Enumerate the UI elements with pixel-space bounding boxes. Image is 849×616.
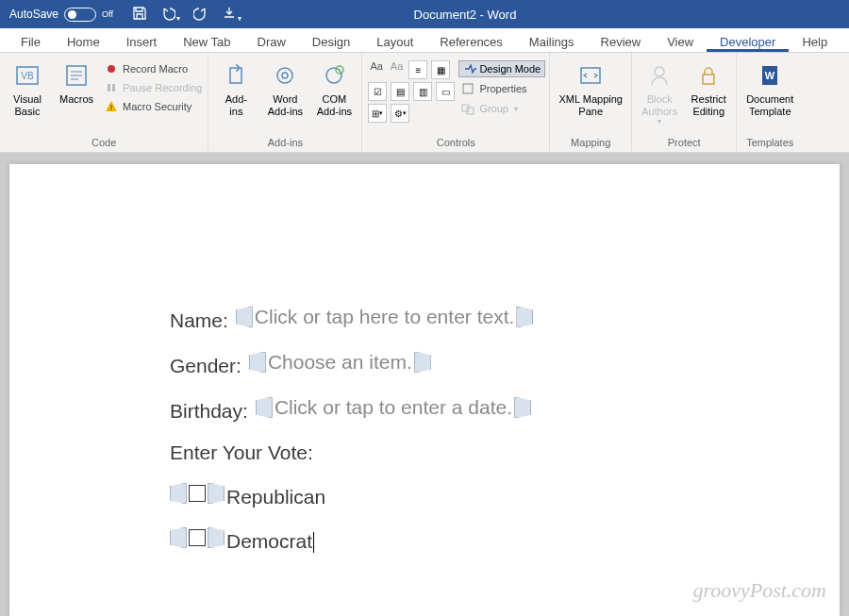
addins-icon [221, 60, 251, 91]
field-gender: Gender: Choose an item. [170, 351, 840, 377]
ribbon-tabs: File Home Insert New Tab Draw Design Lay… [0, 28, 849, 53]
cc-handle-icon[interactable] [170, 527, 187, 548]
customize-icon[interactable]: ▾ [222, 6, 241, 24]
tab-mailings[interactable]: Mailings [516, 31, 588, 52]
restrict-editing-button[interactable]: Restrict Editing [685, 58, 732, 119]
field-birthday: Birthday: Click or tap to enter a date. [170, 396, 840, 423]
group-label: Controls [366, 135, 545, 152]
record-icon [104, 61, 119, 76]
svg-rect-16 [703, 75, 714, 84]
addins-button[interactable]: Add- ins [212, 58, 259, 119]
autosave-label: AutoSave [9, 8, 58, 21]
tab-layout[interactable]: Layout [363, 31, 426, 52]
svg-point-7 [277, 68, 292, 83]
block-authors-button: Block Authors▾ [636, 58, 683, 127]
group-label: Mapping [554, 135, 627, 152]
xml-mapping-button[interactable]: XML Mapping Pane [554, 58, 627, 119]
tab-insert[interactable]: Insert [113, 31, 171, 52]
date-control-icon[interactable]: ▭ [436, 82, 455, 101]
macros-button[interactable]: Macros [53, 58, 100, 108]
cc-handle-icon[interactable] [514, 397, 531, 418]
group-label: Add-ins [212, 135, 358, 152]
field-name: Name: Click or tap here to enter text. [170, 306, 840, 332]
cc-handle-icon[interactable] [249, 352, 266, 373]
gender-label: Gender: [170, 355, 241, 377]
properties-button[interactable]: Properties [458, 80, 545, 97]
svg-rect-5 [112, 84, 115, 92]
document-page[interactable]: Name: Click or tap here to enter text. G… [9, 164, 840, 616]
titlebar: AutoSave Off ▾ ▾ Document2 - Word [0, 0, 849, 28]
name-placeholder[interactable]: Click or tap here to enter text. [253, 306, 516, 328]
vote-heading: Enter Your Vote: [170, 441, 840, 464]
name-label: Name: [170, 309, 228, 332]
cc-handle-icon[interactable] [516, 307, 533, 327]
group-label: Protect [636, 135, 732, 152]
tab-references[interactable]: References [426, 31, 515, 52]
cc-handle-icon[interactable] [170, 483, 187, 504]
repeating-control-icon[interactable]: ⊞▾ [368, 104, 387, 123]
checkbox-control-2[interactable] [170, 527, 225, 548]
macro-security-button[interactable]: !Macro Security [102, 98, 204, 115]
tab-review[interactable]: Review [588, 31, 655, 52]
cc-handle-icon[interactable] [208, 527, 225, 548]
visual-basic-icon: VB [12, 60, 42, 91]
combobox-control-icon[interactable]: ▤ [391, 82, 409, 101]
tab-file[interactable]: File [8, 31, 54, 52]
dropdown-control-icon[interactable]: ▥ [413, 82, 432, 101]
svg-point-3 [108, 65, 115, 73]
checkbox-control-1[interactable] [170, 483, 225, 504]
cc-handle-icon[interactable] [256, 397, 273, 418]
cc-handle-icon[interactable] [236, 307, 253, 327]
autosave-toggle[interactable]: AutoSave Off [0, 8, 123, 22]
quick-access-toolbar: ▾ ▾ [123, 6, 251, 24]
tab-new[interactable]: New Tab [170, 31, 243, 52]
save-icon[interactable] [132, 6, 147, 24]
checkbox-icon[interactable] [189, 485, 206, 502]
tab-draw[interactable]: Draw [244, 31, 299, 52]
checkbox-icon[interactable] [189, 529, 206, 546]
block-authors-icon [644, 60, 674, 91]
group-label: Code [4, 135, 204, 152]
design-mode-button[interactable]: Design Mode [458, 60, 545, 77]
picture-control-icon[interactable]: ▦ [431, 60, 450, 79]
undo-icon[interactable]: ▾ [160, 6, 180, 24]
svg-point-8 [282, 73, 288, 78]
cc-handle-icon[interactable] [208, 483, 225, 504]
toggle-switch-icon[interactable] [64, 8, 96, 22]
cc-handle-icon[interactable] [414, 352, 431, 373]
gender-placeholder[interactable]: Choose an item. [266, 351, 414, 374]
document-template-button[interactable]: WDocument Template [741, 58, 799, 119]
pause-recording-button: Pause Recording [102, 79, 204, 96]
legacy-control-icon[interactable]: ⚙▾ [391, 104, 409, 123]
group-button: Group▾ [458, 100, 545, 117]
svg-text:W: W [765, 70, 775, 81]
page-area: Name: Click or tap here to enter text. G… [0, 153, 849, 616]
xml-mapping-icon [575, 60, 606, 91]
record-macro-button[interactable]: Record Macro [102, 60, 204, 77]
group-mapping: XML Mapping Pane Mapping [550, 53, 632, 152]
group-templates: WDocument Template Templates [737, 53, 803, 152]
tab-developer[interactable]: Developer [707, 31, 789, 52]
tab-help[interactable]: Help [789, 31, 841, 52]
tab-view[interactable]: View [654, 31, 707, 52]
tab-design[interactable]: Design [299, 31, 363, 52]
option2-label: Democrat [226, 530, 314, 553]
svg-text:!: ! [110, 103, 113, 112]
gender-content-control[interactable]: Choose an item. [249, 351, 431, 374]
com-addins-button[interactable]: COM Add-ins [310, 58, 358, 119]
birthday-placeholder[interactable]: Click or tap to enter a date. [273, 396, 514, 419]
visual-basic-button[interactable]: VB Visual Basic [4, 58, 51, 119]
redo-icon[interactable] [193, 6, 208, 24]
vote-label: Enter Your Vote: [170, 441, 313, 464]
group-icon [460, 101, 475, 116]
checkbox-control-icon[interactable]: ☑ [368, 82, 387, 101]
lock-icon [693, 60, 724, 91]
name-content-control[interactable]: Click or tap here to enter text. [236, 306, 533, 328]
richtext-control-icon[interactable]: ≡ [408, 60, 427, 79]
svg-point-15 [655, 67, 664, 76]
autosave-state: Off [102, 9, 113, 19]
word-addins-button[interactable]: Word Add-ins [261, 58, 308, 119]
tab-home[interactable]: Home [54, 31, 113, 52]
birthday-label: Birthday: [170, 400, 248, 423]
birthday-content-control[interactable]: Click or tap to enter a date. [256, 396, 531, 419]
